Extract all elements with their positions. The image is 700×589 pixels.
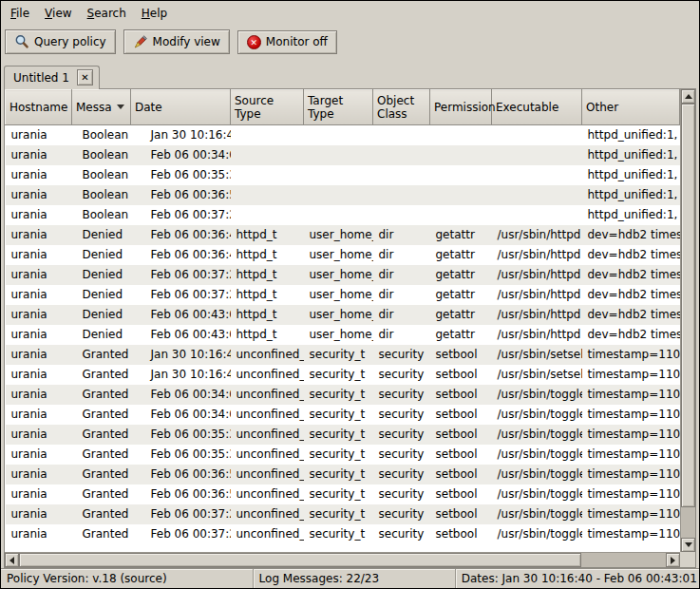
table-cell: Feb 06 00:35:35 <box>131 425 231 445</box>
table-cell: getattr <box>430 285 492 305</box>
table-cell: Feb 06 00:36:56 <box>131 484 231 504</box>
menu-file[interactable]: File <box>3 4 37 23</box>
column-header-permission[interactable]: Permission <box>430 90 492 125</box>
column-label: Other <box>586 101 618 114</box>
tab-bar: Untitled 1 ✕ <box>1 61 699 88</box>
table-cell: Feb 06 00:36:44 <box>131 245 231 265</box>
table-cell: Granted <box>72 425 131 445</box>
table-cell: Jan 30 10:16:40 <box>131 345 231 365</box>
table-cell: security_t <box>304 365 373 385</box>
table-row[interactable]: uraniaBooleanFeb 06 00:36:56httpd_unifie… <box>6 185 680 205</box>
table-cell: Jan 30 10:16:40 <box>131 125 231 145</box>
table-cell: security <box>373 345 430 365</box>
horizontal-scrollbar[interactable] <box>5 552 680 567</box>
table-row[interactable]: uraniaDeniedFeb 06 00:36:44httpd_tuser_h… <box>6 225 680 245</box>
table-cell: security <box>373 405 430 425</box>
column-label: Hostname <box>9 101 67 114</box>
vertical-scrollbar-trough[interactable] <box>681 104 695 538</box>
table-cell: security_t <box>304 504 373 524</box>
table-cell: unconfined_ <box>231 425 304 445</box>
scroll-down-button[interactable] <box>681 538 695 552</box>
tab-close-button[interactable]: ✕ <box>77 69 93 86</box>
table-row[interactable]: uraniaDeniedFeb 06 00:37:27httpd_tuser_h… <box>6 265 680 285</box>
table-cell: /usr/sbin/toggle <box>492 405 582 425</box>
table-cell: security_t <box>304 385 373 405</box>
menu-view[interactable]: View <box>37 4 79 23</box>
table-cell: Feb 06 00:35:35 <box>131 165 231 185</box>
table-cell: Boolean <box>72 205 131 225</box>
query-policy-button[interactable]: Query policy <box>5 29 116 54</box>
column-header-other[interactable]: Other <box>582 90 680 125</box>
table-row[interactable]: uraniaGrantedFeb 06 00:36:56unconfined_s… <box>6 465 680 484</box>
scroll-up-button[interactable] <box>681 89 695 104</box>
modify-view-button[interactable]: Modify view <box>123 29 230 54</box>
table-cell: setbool <box>430 445 492 465</box>
horizontal-scrollbar-thumb[interactable] <box>19 553 581 567</box>
table-row[interactable]: uraniaGrantedJan 30 10:16:40unconfined_s… <box>6 345 680 365</box>
column-header-object-class[interactable]: Object Class <box>373 90 430 125</box>
menu-help[interactable]: Help <box>134 4 175 23</box>
table-row[interactable]: uraniaDeniedFeb 06 00:43:01httpd_tuser_h… <box>6 325 680 345</box>
table-cell: urania <box>6 524 72 544</box>
table-cell: urania <box>6 265 72 285</box>
close-icon: ✕ <box>81 72 88 83</box>
table-row[interactable]: uraniaBooleanFeb 06 00:35:35httpd_unifie… <box>6 165 680 185</box>
table-cell: Feb 06 00:37:27 <box>131 265 231 285</box>
table-cell: Feb 06 00:36:44 <box>131 225 231 245</box>
horizontal-scrollbar-trough[interactable] <box>19 553 666 567</box>
table-cell: timestamp=11071 <box>582 345 680 365</box>
log-table: Hostname Messa Date Source Type Target T… <box>5 89 680 544</box>
column-header-hostname[interactable]: Hostname <box>6 90 72 125</box>
table-cell: Boolean <box>72 185 131 205</box>
main-window: File View Search Help Query policy <box>0 0 700 589</box>
table-row[interactable]: uraniaDeniedFeb 06 00:37:27httpd_tuser_h… <box>6 285 680 305</box>
column-header-executable[interactable]: Executable <box>492 90 582 125</box>
table-cell: Granted <box>72 465 131 484</box>
table-cell: Granted <box>72 405 131 425</box>
column-label: Source Type <box>235 94 299 122</box>
table-cell: dev=hdb2 timesta <box>582 305 680 325</box>
log-table-viewport: Hostname Messa Date Source Type Target T… <box>5 89 680 552</box>
vertical-scrollbar-thumb[interactable] <box>681 104 695 507</box>
table-row[interactable]: uraniaGrantedFeb 06 00:37:25unconfined_s… <box>6 504 680 524</box>
table-row[interactable]: uraniaBooleanFeb 06 00:37:25httpd_unifie… <box>6 205 680 225</box>
table-row[interactable]: uraniaGrantedFeb 06 00:34:01unconfined_s… <box>6 385 680 405</box>
table-cell: Granted <box>72 345 131 365</box>
table-cell <box>373 145 430 165</box>
column-header-message[interactable]: Messa <box>72 90 131 125</box>
table-cell: unconfined_ <box>231 445 304 465</box>
table-cell: httpd_t <box>231 225 304 245</box>
table-cell: urania <box>6 225 72 245</box>
table-cell <box>304 145 373 165</box>
vertical-scrollbar[interactable] <box>680 89 695 552</box>
table-row[interactable]: uraniaDeniedFeb 06 00:36:44httpd_tuser_h… <box>6 245 680 265</box>
table-cell: user_home_ <box>304 305 373 325</box>
table-row[interactable]: uraniaGrantedFeb 06 00:37:25unconfined_s… <box>6 524 680 544</box>
table-row[interactable]: uraniaGrantedJan 30 10:16:40unconfined_s… <box>6 365 680 385</box>
column-header-target-type[interactable]: Target Type <box>304 90 373 125</box>
table-row[interactable]: uraniaGrantedFeb 06 00:36:56unconfined_s… <box>6 484 680 504</box>
table-cell: /usr/sbin/httpd <box>492 325 582 345</box>
table-row[interactable]: uraniaGrantedFeb 06 00:34:01unconfined_s… <box>6 405 680 425</box>
column-label: Date <box>135 101 162 114</box>
table-cell: timestamp=11076 <box>582 425 680 445</box>
table-row[interactable]: uraniaGrantedFeb 06 00:35:35unconfined_s… <box>6 445 680 465</box>
table-cell: dir <box>373 265 430 285</box>
table-cell: unconfined_ <box>231 465 304 484</box>
table-row[interactable]: uraniaBooleanJan 30 10:16:40httpd_unifie… <box>6 125 680 145</box>
table-row[interactable]: uraniaDeniedFeb 06 00:43:01httpd_tuser_h… <box>6 305 680 325</box>
table-row[interactable]: uraniaGrantedFeb 06 00:35:35unconfined_s… <box>6 425 680 445</box>
column-header-source-type[interactable]: Source Type <box>231 90 304 125</box>
column-header-date[interactable]: Date <box>131 90 231 125</box>
policy-version-status: Policy Version: v.18 (source) <box>1 569 253 588</box>
table-cell: security_t <box>304 425 373 445</box>
table-cell: security <box>373 425 430 445</box>
scroll-right-button[interactable] <box>666 553 680 567</box>
menu-search[interactable]: Search <box>80 4 134 23</box>
monitor-off-button[interactable]: ✕ Monitor off <box>237 30 337 54</box>
table-row[interactable]: uraniaBooleanFeb 06 00:34:01httpd_unifie… <box>6 145 680 165</box>
table-cell: Feb 06 00:37:25 <box>131 504 231 524</box>
table-cell <box>373 165 430 185</box>
tab-untitled-1[interactable]: Untitled 1 ✕ <box>4 66 100 89</box>
scroll-left-button[interactable] <box>5 553 19 567</box>
